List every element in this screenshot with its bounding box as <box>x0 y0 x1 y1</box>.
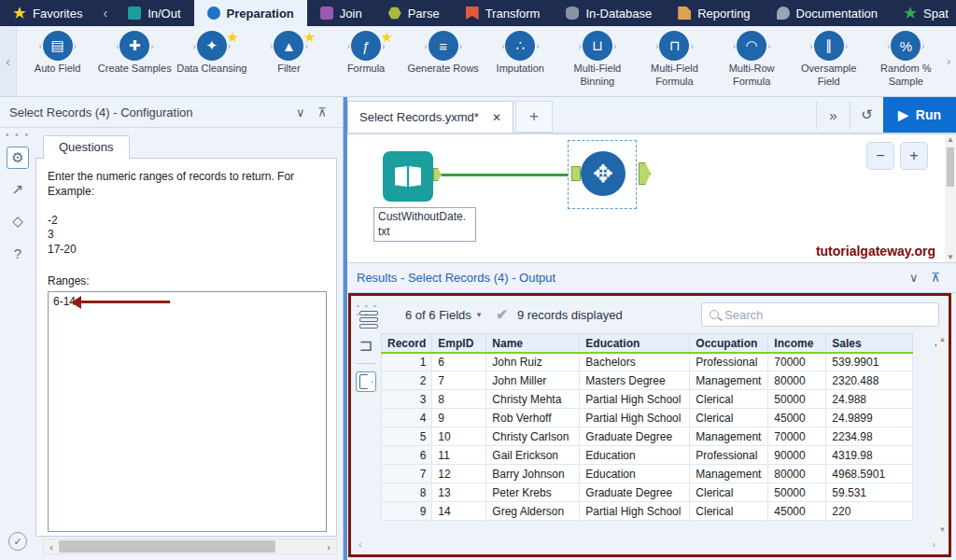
nav-tab-reporting[interactable]: Reporting <box>665 0 763 26</box>
input-tool-output-anchor[interactable] <box>433 168 442 181</box>
tool-icon: ⊓ <box>659 31 689 61</box>
nav-tab-parse[interactable]: Parse <box>375 0 453 26</box>
table-row[interactable]: 510Christy CarlsonGraduate DegreeManagem… <box>382 427 913 446</box>
close-tab-icon[interactable]: ✕ <box>492 111 501 124</box>
gear-icon[interactable]: ⚙ <box>7 147 29 169</box>
palette-scroll-left-icon[interactable]: ‹ <box>0 26 17 96</box>
table-row[interactable]: 712Barry JohnsonEducationManagement80000… <box>382 465 913 483</box>
scroll-up-icon[interactable]: ▲ <box>936 335 949 343</box>
table-cell: 80000 <box>768 465 826 483</box>
nav-tab-documentation[interactable]: Documentation <box>764 0 891 26</box>
layout-options-icon[interactable]: • • • • • <box>357 301 381 329</box>
scroll-down-icon[interactable]: ▼ <box>936 525 949 534</box>
column-header-education[interactable]: Education <box>580 334 690 353</box>
nav-tab-preparation[interactable]: Preparation <box>194 0 307 26</box>
tab-questions[interactable]: Questions <box>43 135 130 159</box>
table-cell: 1 <box>382 353 432 371</box>
scroll-right-icon[interactable]: › <box>321 541 336 553</box>
search-input[interactable]: Search <box>701 302 939 327</box>
tool-auto-field[interactable]: ›▤›Auto Field <box>20 30 96 96</box>
table-cell: Management <box>690 427 768 446</box>
open-example-icon[interactable]: ↗ <box>7 178 29 201</box>
table-cell: Greg Alderson <box>486 502 580 521</box>
tool-create-samples[interactable]: ›✚›Create Samples <box>96 30 173 96</box>
scrollbar-thumb[interactable] <box>947 147 954 187</box>
nav-tab-favorites[interactable]: Favorites <box>0 0 95 26</box>
ranges-input[interactable]: 6-14 <box>48 291 327 532</box>
nav-tab-inout[interactable]: In/Out <box>115 0 193 26</box>
workflow-canvas[interactable]: ✥ CustWithoutDate. txt − + tutorialgatew… <box>347 134 956 263</box>
results-vertical-scrollbar[interactable]: ▲ ▼ <box>936 333 949 536</box>
new-workflow-button[interactable]: + <box>515 101 553 133</box>
zoom-out-button[interactable]: − <box>866 142 894 170</box>
run-history-icon[interactable]: ↺ <box>850 101 883 129</box>
database-icon <box>566 7 579 20</box>
workflow-tab[interactable]: Select Records.yxmd* ✕ <box>347 101 513 133</box>
zoom-in-button[interactable]: + <box>900 142 928 170</box>
fields-dropdown[interactable]: 6 of 6 Fields ▾ <box>405 308 481 322</box>
run-button[interactable]: ▶ Run <box>883 97 956 133</box>
select-records-input-anchor[interactable] <box>571 166 581 181</box>
tool-data-cleansing[interactable]: ›✦›★Data Cleansing <box>174 30 250 96</box>
tool-icon: ▲ <box>274 31 303 61</box>
table-row[interactable]: 611Gail EricksonEducationProfessional900… <box>382 446 913 465</box>
table-row[interactable]: 914Greg AldersonPartial High SchoolCleri… <box>382 502 913 521</box>
column-header-sales[interactable]: Sales <box>826 334 913 353</box>
connection-wire[interactable] <box>442 174 575 176</box>
drag-handle-icon[interactable]: • • • <box>6 130 30 137</box>
select-records-tool[interactable]: ✥ <box>581 151 626 196</box>
nav-tab-transform[interactable]: Transform <box>453 0 554 26</box>
input-data-tool[interactable] <box>383 151 433 202</box>
column-header-record[interactable]: Record <box>382 334 432 353</box>
scroll-right-icon[interactable]: › <box>932 539 935 550</box>
palette-scroll-right-icon[interactable]: › <box>947 26 956 96</box>
top-nav-items: Favorites‹In/OutPreparationJoinParseTran… <box>0 0 956 26</box>
nav-tab-label: Preparation <box>227 7 294 21</box>
table-row[interactable]: 49Rob VerhoffPartial High SchoolClerical… <box>382 409 913 427</box>
table-row[interactable]: 813Peter KrebsGraduate DegreeClerical500… <box>382 483 913 502</box>
table-cell: 5 <box>382 427 432 446</box>
config-horizontal-scrollbar[interactable]: ‹ › <box>43 539 337 554</box>
input-tool-caption[interactable]: CustWithoutDate. txt <box>373 207 476 242</box>
collapse-panel-icon[interactable]: ∨ <box>289 105 312 119</box>
scroll-left-icon[interactable]: ‹ <box>358 539 362 550</box>
tool-formula[interactable]: ›ƒ›★Formula <box>328 30 404 96</box>
nav-back-chevron-icon[interactable]: ‹ <box>95 0 115 26</box>
tool-label: Imputation <box>497 63 544 76</box>
input-anchor-icon[interactable]: ⊐ <box>356 335 376 356</box>
canvas-vertical-scrollbar[interactable]: ▲ ▼ <box>945 134 956 262</box>
table-row[interactable]: 27John MillerMasters DegreeManagement800… <box>382 371 913 390</box>
pin-results-icon[interactable]: ⊼ <box>924 271 947 285</box>
table-row[interactable]: 16John RuizBachelorsProfessional70000539… <box>382 353 913 371</box>
table-row[interactable]: 38Christy MehtaPartial High SchoolCleric… <box>382 390 913 409</box>
toolbar-overflow-icon[interactable]: » <box>816 101 850 129</box>
scrollbar-thumb[interactable] <box>59 540 275 553</box>
nav-tab-indatabase[interactable]: In-Database <box>553 0 665 26</box>
column-header-occupation[interactable]: Occupation <box>690 334 768 353</box>
tool-multi-field-formula[interactable]: ›⊓›Multi-Field Formula <box>636 30 712 96</box>
nav-tab-join[interactable]: Join <box>307 0 375 26</box>
pin-panel-icon[interactable]: ⊼ <box>311 105 333 119</box>
scroll-left-icon[interactable]: ‹ <box>44 541 59 553</box>
tool-multi-field-binning[interactable]: ›⊔›Multi-Field Binning <box>559 30 636 96</box>
scroll-up-icon[interactable]: ▲ <box>945 135 956 144</box>
output-anchor-icon[interactable] <box>356 371 376 392</box>
scroll-down-icon[interactable]: ▼ <box>945 253 956 261</box>
tool-filter[interactable]: ›▲›★Filter <box>250 30 327 96</box>
tool-oversample-field[interactable]: ›∥›Oversample Field <box>791 30 867 96</box>
results-horizontal-scrollbar[interactable]: ‹› <box>358 536 935 553</box>
tool-random-sample[interactable]: ›%›Random % Sample <box>867 30 944 96</box>
column-header-empid[interactable]: EmpID <box>432 334 486 353</box>
column-header-name[interactable]: Name <box>486 334 580 353</box>
help-icon[interactable]: ? <box>7 242 29 264</box>
tool-multi-row-formula[interactable]: ›◠›Multi-Row Formula <box>713 30 790 96</box>
nav-tab-label: Parse <box>408 7 440 21</box>
collapse-results-icon[interactable]: ∨ <box>903 271 925 285</box>
select-records-output-anchor[interactable] <box>639 162 651 185</box>
nav-tab-spat[interactable]: Spat <box>891 0 956 26</box>
table-cell: 4968.5901 <box>826 465 913 483</box>
column-header-income[interactable]: Income <box>768 334 826 353</box>
tag-icon[interactable]: ◇ <box>7 210 29 232</box>
tool-generate-rows[interactable]: ›≡›Generate Rows <box>405 30 482 96</box>
tool-imputation[interactable]: ›∴›Imputation <box>482 30 558 96</box>
